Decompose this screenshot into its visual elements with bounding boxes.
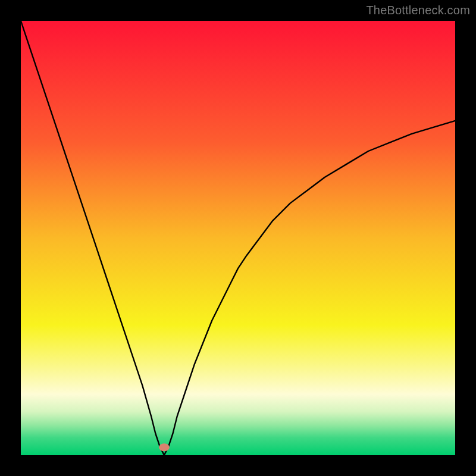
plot-area [21, 21, 455, 455]
chart-frame: TheBottleneck.com [0, 0, 476, 476]
chart-svg [21, 21, 455, 455]
optimal-point-marker [159, 443, 170, 451]
gradient-background [21, 21, 455, 455]
watermark-text: TheBottleneck.com [366, 4, 470, 17]
